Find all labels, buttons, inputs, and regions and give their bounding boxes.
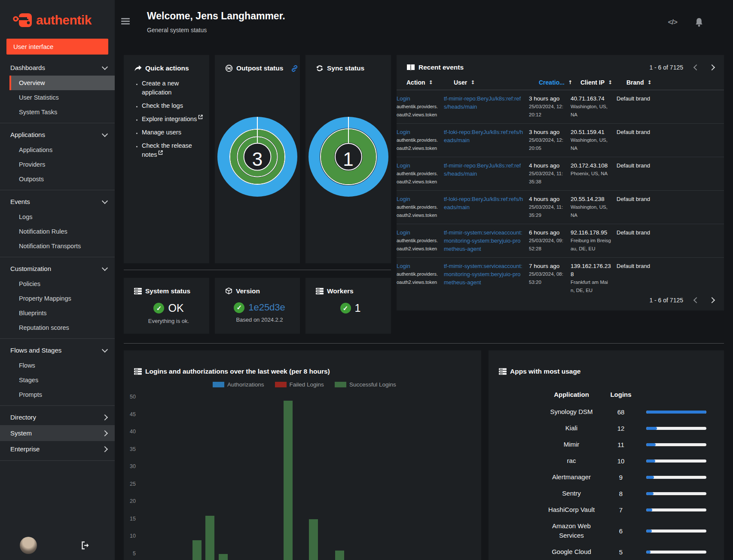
section-divider <box>124 270 391 270</box>
column-label: Action <box>406 79 425 86</box>
sidebar-item-flows[interactable]: Flows <box>9 358 115 373</box>
event-timestamp: 25/03/2024, 11:35:29 <box>529 203 565 219</box>
events-col-brand[interactable]: Brand↕ <box>626 79 717 86</box>
apps-col-application: Application <box>539 391 604 398</box>
events-col-client-ip[interactable]: Client IP↕ <box>580 79 626 86</box>
sort-both-icon[interactable]: ↕ <box>608 79 612 85</box>
event-user-link[interactable]: tf-mimir-repo:BeryJu/k8s:ref:refs/heads/… <box>444 94 524 111</box>
sort-asc-icon[interactable]: ↑ <box>568 79 572 85</box>
sidebar-item-policies[interactable]: Policies <box>9 277 115 291</box>
quick-action-check-the-release-notes[interactable]: Check the release notes <box>142 141 203 159</box>
sidebar-item-user-statistics[interactable]: User Statistics <box>9 90 115 105</box>
external-link-icon <box>158 150 163 155</box>
pagination-prev-icon[interactable] <box>693 64 699 70</box>
link-icon[interactable] <box>291 65 298 72</box>
sidebar-item-overview[interactable]: Overview <box>9 76 115 90</box>
sort-both-icon[interactable]: ↕ <box>429 79 433 85</box>
avatar[interactable] <box>20 537 37 554</box>
chart-bar-successful-logins <box>205 516 214 560</box>
sidebar-group-dashboards[interactable]: Dashboards <box>0 60 115 76</box>
quick-action-check-the-logs[interactable]: Check the logs <box>142 101 203 110</box>
workers-value: 1 <box>355 302 361 314</box>
event-action-link[interactable]: Login <box>397 94 439 103</box>
quick-action-manage-users[interactable]: Manage users <box>142 128 203 137</box>
sidebar-item-reputation-scores[interactable]: Reputation scores <box>9 320 115 335</box>
hamburger-menu-icon[interactable] <box>121 18 130 26</box>
nav-separator <box>0 190 115 190</box>
quick-actions-card: Quick actions Create a new applicationCh… <box>124 55 209 263</box>
y-axis-tick: 50 <box>124 394 136 400</box>
api-code-icon[interactable]: </> <box>668 18 677 27</box>
legend-label: Successful Logins <box>349 381 396 388</box>
y-axis-tick: 25 <box>124 481 136 487</box>
user-interface-button[interactable]: User interface <box>6 39 108 55</box>
sort-both-icon[interactable]: ↕ <box>470 79 475 85</box>
event-action-link[interactable]: Login <box>397 161 439 170</box>
event-action-link[interactable]: Login <box>397 262 439 270</box>
sidebar-group-system[interactable]: System <box>0 425 115 441</box>
pagination-next-icon[interactable] <box>709 297 715 303</box>
sidebar-item-notification-rules[interactable]: Notification Rules <box>9 224 115 239</box>
app-name: Sentry <box>539 489 604 498</box>
event-action-link[interactable]: Login <box>397 228 439 237</box>
external-link-icon <box>198 115 203 119</box>
pagination-prev-icon[interactable] <box>693 297 699 303</box>
quick-action-create-a-new-application[interactable]: Create a new application <box>142 79 203 97</box>
sidebar-item-notification-transports[interactable]: Notification Transports <box>9 239 115 253</box>
event-clientip-cell: 92.116.178.95Freiburg im Breisgau, DE, E… <box>571 228 617 253</box>
sidebar-group-flows-and-stages[interactable]: Flows and Stages <box>0 342 115 358</box>
app-usage-row: Alertmanager9 <box>489 472 724 482</box>
sidebar-item-outposts[interactable]: Outposts <box>9 172 115 186</box>
sort-both-icon[interactable]: ↕ <box>647 79 651 85</box>
event-user-link[interactable]: tf-mimir-system:serviceaccount:monitorin… <box>444 262 524 286</box>
pagination-next-icon[interactable] <box>709 64 715 70</box>
sidebar-item-applications[interactable]: Applications <box>9 143 115 157</box>
sidebar-group-events[interactable]: Events <box>0 194 115 210</box>
event-user-link[interactable]: tf-loki-repo:BeryJu/k8s:ref:refs/heads/m… <box>444 128 524 144</box>
sidebar-item-stages[interactable]: Stages <box>9 373 115 387</box>
chevron-down-icon <box>102 265 108 271</box>
sidebar-group-customization[interactable]: Customization <box>0 261 115 277</box>
event-user-link[interactable]: tf-loki-repo:BeryJu/k8s:ref:refs/heads/m… <box>444 195 524 211</box>
event-timestamp: 25/03/2024, 11:35:38 <box>529 170 565 186</box>
sidebar-group-applications[interactable]: Applications <box>0 127 115 143</box>
event-brand: Default brand <box>617 161 719 170</box>
legend-swatch <box>275 382 287 387</box>
event-user-link[interactable]: tf-mimir-repo:BeryJu/k8s:ref:refs/heads/… <box>444 161 524 178</box>
events-col-action[interactable]: Action↕ <box>406 79 454 86</box>
sidebar-item-property-mappings[interactable]: Property Mappings <box>9 291 115 306</box>
usage-bar <box>646 443 706 446</box>
sidebar-group-label: System <box>10 429 32 437</box>
quick-action-explore-integrations[interactable]: Explore integrations <box>142 115 203 124</box>
event-action-cell: Loginauthentik.providers.oauth2.views.to… <box>397 161 444 186</box>
app-usage-row: Synology DSM68 <box>489 407 724 417</box>
logout-icon[interactable] <box>81 541 90 550</box>
sidebar-group-enterprise[interactable]: Enterprise <box>0 441 115 457</box>
event-user-cell: tf-mimir-repo:BeryJu/k8s:ref:refs/heads/… <box>444 161 529 178</box>
event-action-link[interactable]: Login <box>397 195 439 203</box>
event-relative-time: 3 hours ago <box>529 94 565 103</box>
events-col-creatio[interactable]: Creatio...↑ <box>539 79 580 86</box>
chevron-down-icon <box>102 347 108 353</box>
sidebar-item-providers[interactable]: Providers <box>9 157 115 172</box>
event-action-cell: Loginauthentik.providers.oauth2.views.to… <box>397 94 444 119</box>
sidebar-item-system-tasks[interactable]: System Tasks <box>9 105 115 119</box>
version-detail: Based on 2024.2.2 <box>225 317 294 323</box>
system-status-title: System status <box>145 287 190 295</box>
section-divider <box>124 343 724 344</box>
events-col-user[interactable]: User↕ <box>454 79 539 86</box>
usage-bar-fill <box>646 443 656 446</box>
sidebar-item-blueprints[interactable]: Blueprints <box>9 306 115 320</box>
event-timestamp: 25/03/2024, 12:20:05 <box>529 136 565 152</box>
system-status-card: System status ✓ OK Everything is ok. <box>124 278 209 334</box>
event-user-link[interactable]: tf-mimir-system:serviceaccount:monitorin… <box>444 228 524 253</box>
sidebar-group-directory[interactable]: Directory <box>0 409 115 425</box>
sync-status-card: Sync status 1 <box>305 55 391 263</box>
event-action-link[interactable]: Login <box>397 128 439 136</box>
version-value[interactable]: 1e25d3e <box>248 302 285 313</box>
app-name: HashiCorp Vault <box>539 505 604 514</box>
sidebar-item-logs[interactable]: Logs <box>9 210 115 224</box>
notifications-bell-icon[interactable] <box>694 17 704 27</box>
event-brand-cell: Default brand <box>617 161 724 170</box>
sidebar-item-prompts[interactable]: Prompts <box>9 387 115 402</box>
